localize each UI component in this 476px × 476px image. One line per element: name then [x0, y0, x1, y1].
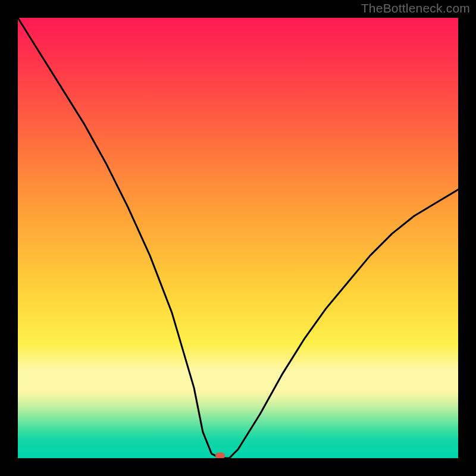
- optimal-point-marker: [215, 453, 225, 459]
- bottleneck-curve: [18, 18, 458, 458]
- chart-frame: TheBottleneck.com: [0, 0, 476, 476]
- plot-area: [18, 18, 458, 458]
- attribution-label: TheBottleneck.com: [361, 1, 470, 15]
